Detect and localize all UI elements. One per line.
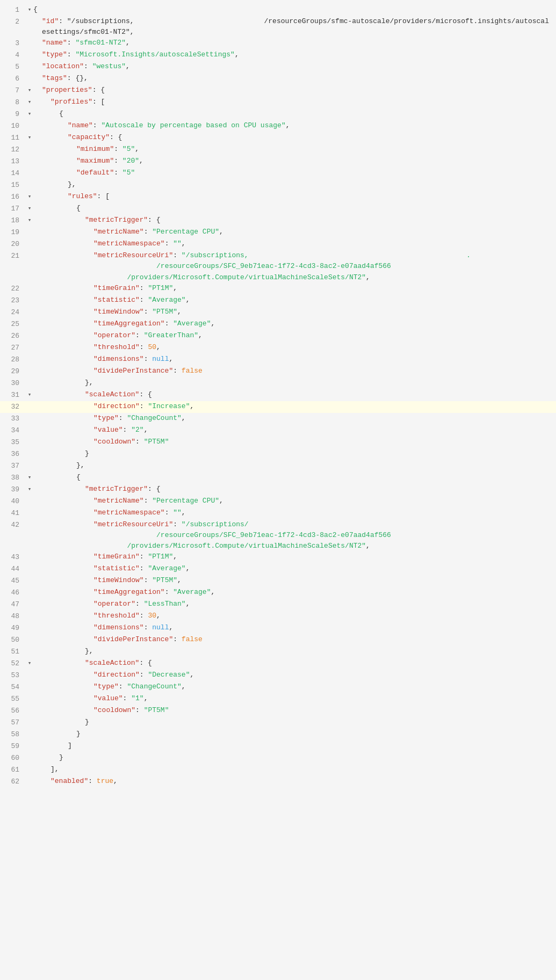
code-line: 9▾{ <box>0 108 556 120</box>
line-number: 33 <box>0 413 26 424</box>
code-line: 5"location": "westus", <box>0 61 556 73</box>
line-content: "type": "ChangeCount", <box>33 681 556 692</box>
line-number: 37 <box>0 460 26 471</box>
code-line: 12"minimum": "5", <box>0 144 556 156</box>
line-number: 44 <box>0 563 26 575</box>
line-content: "tags": {}, <box>33 73 556 84</box>
code-line: 21"metricResourceUri": "/subscriptions, … <box>0 250 556 282</box>
collapse-icon[interactable]: ▾ <box>26 658 33 668</box>
code-line: 56"cooldown": "PT5M" <box>0 705 556 717</box>
line-content: "scaleAction": { <box>33 658 556 669</box>
line-content: { <box>33 472 556 483</box>
line-number: 29 <box>0 366 26 377</box>
code-line: 23"statistic": "Average", <box>0 295 556 307</box>
line-number: 53 <box>0 670 26 681</box>
collapse-icon[interactable]: ▾ <box>26 85 33 95</box>
code-line: 2"id": "/subscriptions, /resourceGroups/… <box>0 16 556 38</box>
line-number: 47 <box>0 599 26 610</box>
collapse-icon[interactable]: ▾ <box>26 132 33 142</box>
collapse-icon[interactable]: ▾ <box>26 215 33 225</box>
code-container: 1▾{2"id": "/subscriptions, /resourceGrou… <box>0 0 556 980</box>
line-number: 28 <box>0 354 26 365</box>
line-content: "metricName": "Percentage CPU", <box>33 496 556 506</box>
collapse-icon[interactable]: ▾ <box>26 203 33 213</box>
line-number: 8 <box>0 97 26 108</box>
line-number: 41 <box>0 507 26 519</box>
line-content: ], <box>33 764 556 775</box>
line-number: 9 <box>0 108 26 120</box>
line-content: "dividePerInstance": false <box>33 366 556 376</box>
code-line: 6"tags": {}, <box>0 73 556 85</box>
line-number: 46 <box>0 587 26 598</box>
line-content: "enabled": true, <box>33 776 556 787</box>
code-line: 29"dividePerInstance": false <box>0 366 556 378</box>
code-line: 3"name": "sfmc01-NT2", <box>0 38 556 49</box>
line-content: "rules": [ <box>33 191 556 202</box>
collapse-icon[interactable]: ▾ <box>26 472 33 482</box>
code-line: 38▾{ <box>0 472 556 484</box>
line-number: 2 <box>0 16 26 27</box>
line-content: "timeGrain": "PT1M", <box>33 283 556 294</box>
line-number: 54 <box>0 681 26 693</box>
code-line: 49"dimensions": null, <box>0 622 556 634</box>
code-line: 31▾"scaleAction": { <box>0 389 556 401</box>
code-line: 22"timeGrain": "PT1M", <box>0 283 556 295</box>
line-content: ] <box>33 741 556 751</box>
line-content: "threshold": 50, <box>33 342 556 353</box>
line-content: { <box>33 108 556 119</box>
collapse-icon[interactable]: ▾ <box>26 97 33 107</box>
line-number: 25 <box>0 318 26 330</box>
code-line: 44"statistic": "Average", <box>0 563 556 575</box>
line-number: 13 <box>0 156 26 167</box>
line-number: 50 <box>0 634 26 645</box>
code-line: 17▾{ <box>0 203 556 215</box>
code-line: 45"timeWindow": "PT5M", <box>0 575 556 587</box>
line-number: 4 <box>0 49 26 61</box>
line-number: 10 <box>0 120 26 132</box>
line-number: 30 <box>0 378 26 389</box>
collapse-icon[interactable]: ▾ <box>26 484 33 494</box>
code-line: 24"timeWindow": "PT5M", <box>0 307 556 318</box>
line-content: "profiles": [ <box>33 97 556 107</box>
code-line: 59] <box>0 741 556 752</box>
code-line: 10"name": "Autoscale by percentage based… <box>0 120 556 132</box>
code-line: 15}, <box>0 179 556 191</box>
code-line: 32"direction": "Increase", <box>0 401 556 413</box>
line-content: "capacity": { <box>33 132 556 143</box>
line-number: 35 <box>0 437 26 448</box>
code-line: 58} <box>0 729 556 741</box>
line-content: "location": "westus", <box>33 61 556 72</box>
code-line: 51}, <box>0 646 556 658</box>
collapse-icon[interactable]: ▾ <box>26 4 33 14</box>
line-content: "metricResourceUri": "/subscriptions/ /r… <box>33 519 556 551</box>
line-content: "metricResourceUri": "/subscriptions, . … <box>33 250 556 282</box>
line-number: 59 <box>0 741 26 752</box>
code-line: 18▾"metricTrigger": { <box>0 215 556 227</box>
line-content: "direction": "Increase", <box>33 401 556 412</box>
line-content: "dimensions": null, <box>33 622 556 633</box>
line-number: 18 <box>0 215 26 226</box>
line-number: 32 <box>0 401 26 412</box>
line-number: 6 <box>0 73 26 84</box>
line-number: 36 <box>0 448 26 460</box>
code-line: 19"metricName": "Percentage CPU", <box>0 227 556 238</box>
line-number: 42 <box>0 519 26 531</box>
code-line: 14"default": "5" <box>0 168 556 179</box>
code-line: 34"value": "2", <box>0 425 556 437</box>
code-line: 35"cooldown": "PT5M" <box>0 437 556 448</box>
line-content: "type": "Microsoft.Insights/autoscaleSet… <box>33 49 556 60</box>
line-content: "direction": "Decrease", <box>33 670 556 680</box>
code-line: 27"threshold": 50, <box>0 342 556 354</box>
collapse-icon[interactable]: ▾ <box>26 108 33 119</box>
line-number: 20 <box>0 238 26 250</box>
line-number: 45 <box>0 575 26 586</box>
code-line: 16▾"rules": [ <box>0 191 556 203</box>
line-content: "statistic": "Average", <box>33 563 556 574</box>
line-number: 49 <box>0 622 26 634</box>
collapse-icon[interactable]: ▾ <box>26 191 33 201</box>
line-content: "name": "Autoscale by percentage based o… <box>33 120 556 131</box>
code-line: 28"dimensions": null, <box>0 354 556 366</box>
line-number: 27 <box>0 342 26 353</box>
code-line: 52▾"scaleAction": { <box>0 658 556 670</box>
collapse-icon[interactable]: ▾ <box>26 389 33 400</box>
